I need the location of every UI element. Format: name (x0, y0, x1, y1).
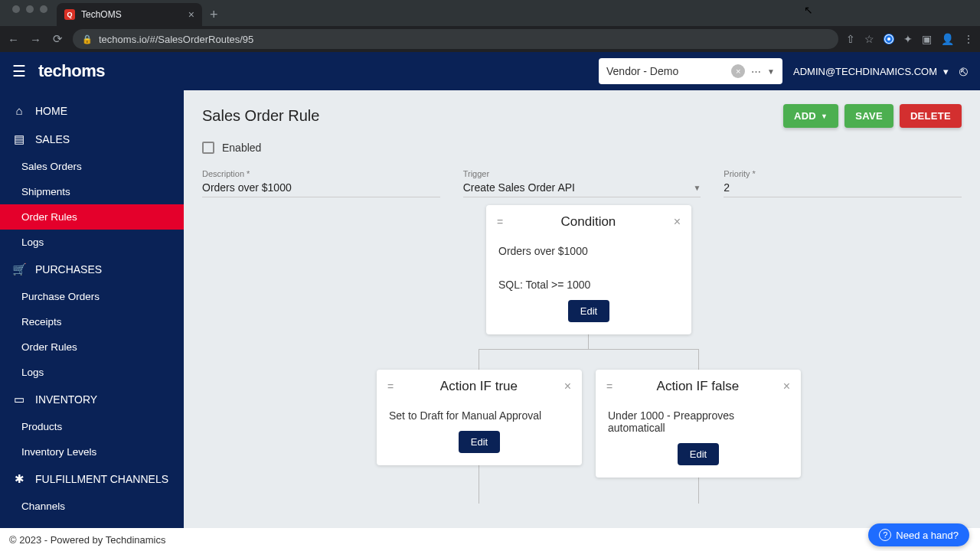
close-icon[interactable]: × (564, 380, 571, 393)
page-actions: ADD ▼ SAVE DELETE (783, 104, 962, 128)
tab-bar: Q TechOMS × + (0, 0, 980, 26)
field-label: Description * (202, 169, 440, 178)
condition-card: = Condition × Orders over $1000 SQL: Tot… (486, 205, 691, 334)
sidebar-item-shipments[interactable]: Shipments (0, 179, 184, 204)
cart-icon: 🛒 (12, 262, 26, 276)
app-body: ⌂ HOME ▤ SALES Sales Orders Shipments Or… (0, 90, 980, 528)
edit-button[interactable]: Edit (678, 443, 719, 465)
add-button-label: ADD (794, 110, 816, 122)
checkbox-icon[interactable] (202, 142, 214, 154)
connector-line (479, 349, 699, 350)
logout-icon[interactable]: ⎋ (959, 64, 968, 80)
user-menu[interactable]: ADMIN@TECHDINAMICS.COM ▾ (793, 66, 949, 77)
browser-actions: ⇧ ☆ ⦿ ✦ ▣ 👤 ⋮ (846, 33, 974, 45)
sidebar-item-logs[interactable]: Logs (0, 230, 184, 255)
maximize-window-icon[interactable] (40, 5, 47, 13)
card-title: Condition (503, 214, 673, 230)
sidebar-label: PURCHASES (35, 263, 102, 276)
sidebar-item-home[interactable]: ⌂ HOME (0, 96, 184, 125)
window-controls[interactable] (6, 5, 57, 21)
drag-handle-icon[interactable]: = (387, 380, 394, 393)
priority-field[interactable]: Priority * 2 (724, 169, 962, 197)
field-value: Orders over $1000 (202, 181, 292, 194)
delete-button[interactable]: DELETE (900, 104, 962, 128)
sidebar-item-purchase-orders[interactable]: Purchase Orders (0, 284, 184, 309)
help-icon: ? (879, 529, 891, 541)
action-true-card: = Action IF true × Set to Draft for Manu… (377, 370, 582, 465)
add-button[interactable]: ADD ▼ (783, 104, 838, 128)
forward-icon[interactable]: → (28, 33, 43, 46)
panel-icon[interactable]: ▣ (922, 33, 932, 45)
chevron-down-icon: ▼ (821, 112, 828, 120)
field-value: Create Sales Order API (463, 181, 575, 194)
sidebar-section-fulfillment[interactable]: ✱ FULFILLMENT CHANNELS (0, 465, 184, 494)
enabled-row: Enabled (184, 135, 980, 160)
connector-line (698, 349, 699, 370)
drag-handle-icon[interactable]: = (606, 380, 612, 393)
card-text: Orders over $1000 (498, 245, 679, 257)
sidebar-item-po-order-rules[interactable]: Order Rules (0, 334, 184, 360)
bookmark-icon[interactable]: ☆ (864, 33, 874, 45)
sidebar-item-inventory-levels[interactable]: Inventory Levels (0, 439, 184, 465)
sidebar-item-channels[interactable]: Channels (0, 494, 184, 519)
extension-icon[interactable]: ⦿ (884, 34, 894, 44)
extensions-icon[interactable]: ✦ (903, 33, 913, 45)
sidebar-label: HOME (35, 105, 67, 117)
rule-canvas: = Condition × Orders over $1000 SQL: Tot… (184, 197, 980, 519)
field-value: 2 (724, 181, 730, 194)
page-title: Sales Order Rule (202, 107, 319, 125)
drag-handle-icon[interactable]: = (497, 216, 503, 228)
chevron-down-icon: ▾ (943, 66, 949, 77)
enabled-checkbox[interactable]: Enabled (202, 142, 962, 154)
field-label: Trigger (463, 169, 701, 178)
sidebar: ⌂ HOME ▤ SALES Sales Orders Shipments Or… (0, 90, 184, 528)
vendor-selector[interactable]: Vendor - Demo × ⋯ ▼ (599, 58, 782, 84)
reload-icon[interactable]: ⟳ (51, 32, 65, 46)
clear-icon[interactable]: × (731, 64, 745, 78)
app-logo[interactable]: techoms (38, 61, 105, 81)
sidebar-item-sales-orders[interactable]: Sales Orders (0, 154, 184, 179)
field-label: Priority * (724, 169, 962, 178)
close-tab-icon[interactable]: × (188, 8, 194, 21)
card-title: Action IF true (394, 379, 564, 394)
browser-tab[interactable]: Q TechOMS × (57, 3, 202, 26)
vendor-value: Vendor - Demo (606, 65, 678, 77)
chevron-down-icon[interactable]: ▼ (767, 67, 775, 76)
sidebar-item-receipts[interactable]: Receipts (0, 309, 184, 334)
minimize-window-icon[interactable] (26, 5, 34, 13)
lock-icon: 🔒 (82, 34, 93, 44)
address-bar: ← → ⟳ 🔒 techoms.io/#/SalesOrderRoutes/95… (0, 26, 980, 52)
profile-icon[interactable]: 👤 (941, 33, 954, 45)
new-tab-button[interactable]: + (202, 7, 226, 26)
sidebar-section-purchases[interactable]: 🛒 PURCHASES (0, 255, 184, 284)
description-field[interactable]: Description * Orders over $1000 (202, 169, 440, 197)
footer: © 2023 - Powered by Techdinamics (0, 528, 980, 551)
sidebar-item-po-logs[interactable]: Logs (0, 360, 184, 385)
close-icon[interactable]: × (674, 215, 681, 229)
url-field[interactable]: 🔒 techoms.io/#/SalesOrderRoutes/95 (73, 29, 838, 49)
browser-chrome: Q TechOMS × + ← → ⟳ 🔒 techoms.io/#/Sales… (0, 0, 980, 52)
sidebar-item-order-rules[interactable]: Order Rules (0, 204, 184, 230)
edit-button[interactable]: Edit (568, 300, 609, 322)
sidebar-item-products[interactable]: Products (0, 414, 184, 439)
sidebar-section-inventory[interactable]: ▭ INVENTORY (0, 385, 184, 414)
edit-button[interactable]: Edit (459, 431, 500, 453)
trigger-field[interactable]: Trigger Create Sales Order API ▼ (463, 169, 701, 197)
close-window-icon[interactable] (12, 5, 20, 13)
sidebar-item-fc-logs[interactable]: Logs (0, 519, 184, 528)
menu-icon[interactable]: ⋮ (963, 33, 974, 45)
save-button[interactable]: SAVE (844, 104, 893, 128)
form-fields: Description * Orders over $1000 Trigger … (184, 160, 980, 197)
action-false-card: = Action IF false × Under 1000 - Preappr… (596, 370, 801, 478)
enabled-label: Enabled (222, 142, 261, 154)
more-icon[interactable]: ⋯ (751, 66, 761, 77)
tab-title: TechOMS (81, 9, 122, 20)
sidebar-label: FULFILLMENT CHANNELS (35, 473, 168, 485)
menu-toggle-icon[interactable]: ☰ (12, 62, 26, 80)
share-icon[interactable]: ⇧ (846, 33, 855, 45)
card-title: Action IF false (612, 379, 782, 394)
help-button[interactable]: ? Need a hand? (868, 523, 969, 546)
back-icon[interactable]: ← (6, 33, 21, 46)
close-icon[interactable]: × (783, 380, 790, 393)
sidebar-section-sales[interactable]: ▤ SALES (0, 125, 184, 154)
